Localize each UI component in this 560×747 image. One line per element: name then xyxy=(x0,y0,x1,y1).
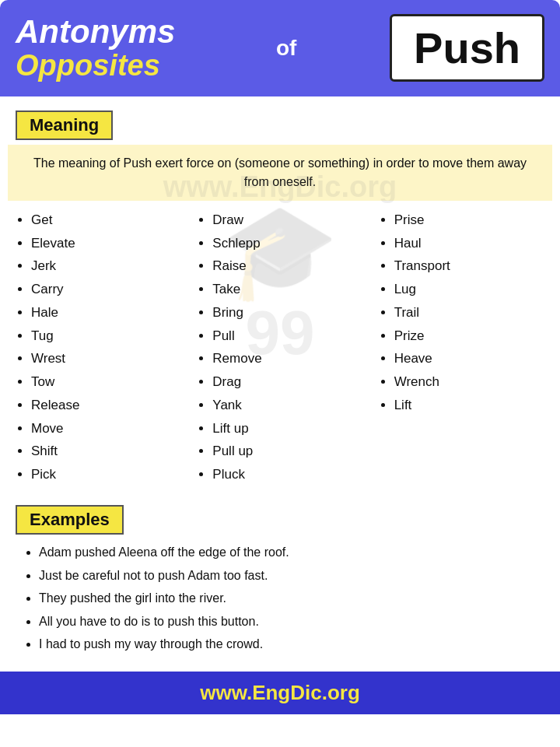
example-item: Just be careful not to push Adam too fas… xyxy=(39,564,552,587)
list-item: Get xyxy=(31,209,183,232)
list-item: Yank xyxy=(212,394,364,417)
list-item: Schlepp xyxy=(212,232,364,255)
list-item: Tow xyxy=(31,370,183,394)
list-item: Pull xyxy=(212,324,364,348)
list-item: Lift up xyxy=(212,417,364,440)
header-left: Antonyms Opposites xyxy=(16,14,175,82)
list-item: Heave xyxy=(394,347,546,370)
list-item: Transport xyxy=(394,254,546,278)
list-item: Pull up xyxy=(212,440,364,463)
list-item: Shift xyxy=(31,440,183,463)
meaning-label: Meaning xyxy=(16,110,113,140)
example-item: Adam pushed Aleena off the edge of the r… xyxy=(39,541,552,564)
word-column-2: DrawSchleppRaiseTakeBringPullRemoveDragY… xyxy=(189,209,370,486)
list-item: Pick xyxy=(31,463,183,486)
list-item: Take xyxy=(212,278,364,301)
examples-ul: Adam pushed Aleena off the edge of the r… xyxy=(23,541,552,656)
list-item: Draw xyxy=(212,209,364,232)
list-item: Lift xyxy=(394,394,546,417)
list-item: Carry xyxy=(31,278,183,301)
words-columns: GetElevateJerkCarryHaleTugWrestTowReleas… xyxy=(8,209,552,486)
list-item: Bring xyxy=(212,301,364,324)
word-column-3: PriseHaulTransportLugTrailPrizeHeaveWren… xyxy=(371,209,552,486)
list-item: Pluck xyxy=(212,463,364,486)
header-push-text: Push xyxy=(414,23,520,72)
word-list-3: PriseHaulTransportLugTrailPrizeHeaveWren… xyxy=(377,209,546,417)
examples-label: Examples xyxy=(16,505,124,535)
list-item: Prize xyxy=(394,324,546,348)
header-opposites: Opposites xyxy=(16,50,175,82)
list-item: Trail xyxy=(394,301,546,324)
example-item: All you have to do is to push this butto… xyxy=(39,610,552,633)
header-center: of xyxy=(268,36,296,61)
list-item: Remove xyxy=(212,347,364,370)
list-item: Jerk xyxy=(31,254,183,278)
word-list-2: DrawSchleppRaiseTakeBringPullRemoveDragY… xyxy=(195,209,364,486)
list-item: Lug xyxy=(394,278,546,301)
example-item: They pushed the girl into the river. xyxy=(39,587,552,610)
list-item: Drag xyxy=(212,370,364,394)
examples-list: Adam pushed Aleena off the edge of the r… xyxy=(0,535,560,664)
header-of: of xyxy=(276,36,296,61)
list-item: Elevate xyxy=(31,232,183,255)
header-push-box: Push xyxy=(390,14,544,82)
list-item: Haul xyxy=(394,232,546,255)
footer: www.EngDic.org xyxy=(0,672,560,714)
list-item: Wrest xyxy=(31,347,183,370)
list-item: Tug xyxy=(31,324,183,348)
words-section: GetElevateJerkCarryHaleTugWrestTowReleas… xyxy=(0,201,560,486)
footer-brand: EngDic xyxy=(252,681,322,704)
examples-label-row: Examples xyxy=(0,486,560,535)
meaning-text: The meaning of Push exert force on (some… xyxy=(8,145,552,201)
list-item: Release xyxy=(31,394,183,417)
list-item: Raise xyxy=(212,254,364,278)
list-item: Hale xyxy=(31,301,183,324)
footer-www: www. xyxy=(200,681,252,704)
footer-text: www.EngDic.org xyxy=(200,681,360,704)
example-item: I had to push my way through the crowd. xyxy=(39,633,552,656)
word-column-1: GetElevateJerkCarryHaleTugWrestTowReleas… xyxy=(8,209,189,486)
header-antonyms: Antonyms xyxy=(16,14,175,50)
list-item: Wrench xyxy=(394,370,546,394)
list-item: Move xyxy=(31,417,183,440)
footer-org: .org xyxy=(322,681,360,704)
word-list-1: GetElevateJerkCarryHaleTugWrestTowReleas… xyxy=(14,209,183,486)
list-item: Prise xyxy=(394,209,546,232)
header: Antonyms Opposites of Push xyxy=(0,0,560,96)
meaning-label-row: Meaning xyxy=(0,96,560,140)
